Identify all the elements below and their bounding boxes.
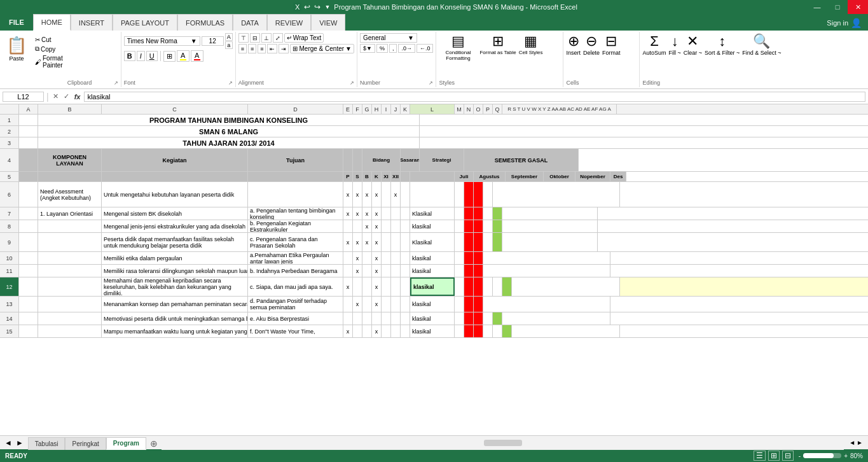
cell-reference-box[interactable] <box>3 92 44 102</box>
format-table-btn[interactable]: ⊞ Format as Table <box>479 33 516 80</box>
col-header-B[interactable]: B <box>38 104 102 114</box>
cell-O12[interactable] <box>474 277 483 296</box>
cell-D7[interactable]: a. Pengenalan tentang bimbingan konselin… <box>248 207 343 220</box>
cell-P5-oktober[interactable]: Oktober <box>544 172 575 181</box>
cell-K10[interactable] <box>401 252 410 264</box>
cell-E11[interactable] <box>343 265 353 277</box>
tab-file[interactable]: FILE <box>0 14 33 31</box>
cell-A14[interactable] <box>19 312 38 325</box>
paste-button[interactable]: 📋 Paste <box>3 33 31 64</box>
align-right-btn[interactable]: ≡ <box>258 44 266 53</box>
cell-I11[interactable] <box>382 265 391 277</box>
cell-K11[interactable] <box>401 265 410 277</box>
cell-A11[interactable] <box>19 265 38 277</box>
font-decrease-btn[interactable]: a <box>225 41 233 49</box>
cell-D10[interactable]: a.Pemahaman Etika Pergaulan antar lawan … <box>248 252 343 264</box>
cell-G6[interactable]: x <box>362 182 372 207</box>
cell-P15[interactable] <box>483 325 493 337</box>
cell-E4-bidang-label[interactable] <box>343 149 353 171</box>
col-header-D[interactable]: D <box>248 104 343 114</box>
cell-M12[interactable] <box>455 277 464 296</box>
maximize-btn[interactable]: □ <box>827 0 848 14</box>
autosum-btn[interactable]: Σ AutoSum <box>642 33 666 80</box>
cell-styles-btn[interactable]: ▦ Cell Styles <box>519 33 543 80</box>
cell-A7[interactable] <box>19 207 38 220</box>
cell-I14[interactable] <box>382 312 391 325</box>
cell-L4[interactable]: Strategi <box>420 149 464 171</box>
cell-A2[interactable] <box>19 126 38 137</box>
cell-O7[interactable] <box>474 207 483 220</box>
confirm-formula-icon[interactable]: ✓ <box>62 92 71 101</box>
cell-N11[interactable] <box>464 265 474 277</box>
cell-J10[interactable] <box>391 252 401 264</box>
cell-H6[interactable]: x <box>372 182 382 207</box>
cell-E12[interactable]: x <box>343 277 353 296</box>
cell-rest15[interactable] <box>512 325 620 337</box>
decrease-decimal-btn[interactable]: ←.0 <box>417 44 434 53</box>
cell-semester-merged[interactable]: SEMESTER GASAL <box>464 149 579 171</box>
cell-M6[interactable] <box>455 182 464 207</box>
align-bottom-btn[interactable]: ⊥ <box>261 33 272 43</box>
cell-F15[interactable] <box>353 325 362 337</box>
normal-view-btn[interactable]: ☰ <box>754 451 766 461</box>
scroll-left-btn[interactable]: ◄ <box>849 439 855 446</box>
cell-B7[interactable]: 1. Layanan Orientasi <box>38 207 102 220</box>
tab-data[interactable]: DATA <box>233 14 267 31</box>
cell-I15[interactable] <box>382 325 391 337</box>
cell-N6[interactable] <box>464 182 474 207</box>
cell-E10[interactable] <box>343 252 353 264</box>
decrease-indent-btn[interactable]: ⇤ <box>267 44 277 53</box>
spreadsheet-container[interactable]: A B C D E F G H I J K L M N O P Q R S T … <box>0 104 868 435</box>
cell-N5-agustus[interactable]: Agustus <box>474 172 506 181</box>
cancel-formula-icon[interactable]: ✕ <box>52 92 60 101</box>
cell-O11[interactable] <box>474 265 483 277</box>
align-left-btn[interactable]: ≡ <box>238 44 247 53</box>
cell-D9[interactable]: c. Pengenalan Sarana dan Prasaran Sekola… <box>248 233 343 251</box>
cell-A10[interactable] <box>19 252 38 264</box>
cell-bidang-merged[interactable]: Bidang <box>362 149 401 171</box>
sort-btn[interactable]: ↕ Sort & Filter ~ <box>705 33 740 80</box>
cell-K7[interactable] <box>401 207 410 220</box>
font-color-button[interactable]: A <box>191 50 203 62</box>
cell-Q5-nopember[interactable]: Nopember <box>575 172 610 181</box>
cell-B1-merged[interactable]: PROGRAM TAHUNAN BIMBINGAN KONSELING <box>38 115 420 125</box>
cell-B10[interactable] <box>38 252 102 264</box>
cell-L11[interactable]: klasikal <box>410 265 455 277</box>
cell-Q12[interactable] <box>493 277 502 296</box>
tab-view[interactable]: VIEW <box>311 14 345 31</box>
cell-O6[interactable] <box>474 182 483 207</box>
clear-btn[interactable]: ✕ Clear ~ <box>684 33 702 80</box>
tab-page-layout[interactable]: PAGE LAYOUT <box>113 14 177 31</box>
col-header-Q[interactable]: Q <box>493 104 502 114</box>
cell-J9[interactable] <box>391 233 401 251</box>
cell-E13[interactable] <box>343 297 353 312</box>
cell-J12[interactable] <box>391 277 401 296</box>
delete-btn[interactable]: ⊖ Delete <box>583 33 600 80</box>
cell-M13[interactable] <box>455 297 464 312</box>
cell-Q6-rest[interactable] <box>493 182 620 207</box>
cell-M7[interactable] <box>455 207 464 220</box>
cell-M10[interactable] <box>455 252 464 264</box>
col-header-N[interactable]: N <box>464 104 474 114</box>
find-btn[interactable]: 🔍 Find & Select ~ <box>742 33 781 80</box>
cell-G13[interactable] <box>362 297 372 312</box>
cell-M9[interactable] <box>455 233 464 251</box>
cell-N10[interactable] <box>464 252 474 264</box>
cell-N14[interactable] <box>464 312 474 325</box>
cell-J6[interactable]: x <box>391 182 401 207</box>
cell-rest11[interactable] <box>483 265 610 277</box>
cell-B14[interactable] <box>38 312 102 325</box>
cell-K12[interactable] <box>401 277 410 296</box>
cell-rest13[interactable] <box>483 297 610 312</box>
cell-H15[interactable]: x <box>372 325 382 337</box>
sheet-tab-tabulasi[interactable]: Tabulasi <box>28 437 65 450</box>
cell-G11[interactable] <box>362 265 372 277</box>
cell-J8[interactable] <box>391 220 401 232</box>
sheet-tab-peringkat[interactable]: Peringkat <box>65 437 106 450</box>
cell-L13[interactable]: klasikal <box>410 297 455 312</box>
cell-C14[interactable]: Memotivasi peserta didik untuk meningkat… <box>102 312 248 325</box>
cell-C13[interactable]: Menanamkan konsep dan pemahaman peminata… <box>102 297 248 312</box>
cell-O5-september[interactable]: September <box>506 172 544 181</box>
merge-center-button[interactable]: ⊞ Merge & Center ▼ <box>290 44 354 53</box>
cell-N12[interactable] <box>464 277 474 296</box>
